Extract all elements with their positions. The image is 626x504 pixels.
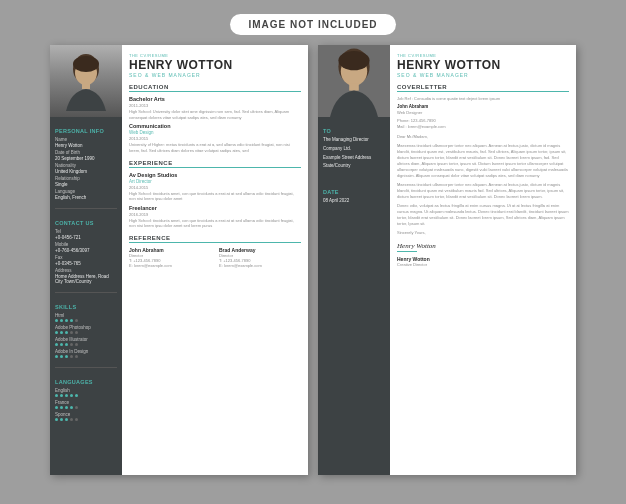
d3 (65, 418, 68, 421)
cover-letter-card: To The Managing Director Company Ltd. Ex… (318, 45, 576, 475)
addressee-line1: The Managing Director (323, 137, 385, 144)
dot3 (65, 319, 68, 322)
d5 (75, 418, 78, 421)
tel-value: +0-0456-721 (55, 235, 117, 240)
address-value: Home Address Here, Road City Town/Countr… (55, 274, 117, 284)
image-not-included-badge: IMAGE NOT INCLUDED (230, 14, 395, 35)
cover-to-section: To The Managing Director Company Ltd. Ex… (318, 117, 390, 178)
cover-para2: Maecenas tincidunt ullamcorper tortor ne… (397, 182, 569, 200)
education-title: Education (129, 84, 301, 92)
edu2-text: University of Higher: metus tincidunts a… (129, 142, 301, 153)
addressee-line3: Example Street Address (323, 155, 385, 162)
name-label: Name (55, 137, 117, 142)
personal-info-title: Personal Info (55, 128, 117, 134)
skill-illustrator: Adobe Illustrator (55, 337, 117, 346)
signature-script: Henry Wotton (397, 242, 569, 250)
resumes-container: Personal Info Name Henry Wotton Date of … (50, 45, 576, 475)
ref1: John Abraham Director T: +123-456-7890 E… (129, 247, 211, 268)
address-label: Address (55, 268, 117, 273)
dot1 (55, 331, 58, 334)
dot5 (75, 331, 78, 334)
lang-english-name: English (55, 388, 117, 393)
relationship-value: Single (55, 182, 117, 187)
language-label: Language (55, 189, 117, 194)
dob-value: 20 September 1990 (55, 156, 117, 161)
fax-value: +0-0345-765 (55, 261, 117, 266)
d2 (60, 418, 63, 421)
dot5 (75, 355, 78, 358)
d5 (75, 394, 78, 397)
dot4 (70, 355, 73, 358)
nationality-label: Nationality (55, 163, 117, 168)
cover-name: HENRY WOTTON (397, 59, 569, 72)
dot4 (70, 319, 73, 322)
edu2-date: 2013-2015 (129, 136, 301, 141)
tel-label: Tel (55, 229, 117, 234)
languages-title: Languages (55, 379, 117, 385)
dot4 (70, 331, 73, 334)
cover-subtitle: SEO & WEB MANAGER (397, 72, 569, 78)
cv-personal-info: Personal Info Name Henry Wotton Date of … (50, 117, 122, 208)
dot2 (60, 319, 63, 322)
sender-role: Web Designer (397, 110, 569, 115)
cover-email: Mail : lorem@example.com (397, 124, 569, 129)
d1 (55, 394, 58, 397)
cover-to-label: To (323, 128, 385, 134)
skill-photoshop: Adobe Photoshop (55, 325, 117, 334)
skill-html-name: Html (55, 313, 117, 318)
cover-date-label: Date (323, 189, 385, 195)
dot1 (55, 319, 58, 322)
addressee-line2: Company Ltd. (323, 146, 385, 153)
nationality-value: United Kingdom (55, 169, 117, 174)
skill-html: Html (55, 313, 117, 322)
exp2-date: 2016-2019 (129, 212, 301, 217)
reference-title: Reference (129, 235, 301, 243)
dot2 (60, 355, 63, 358)
ref2-email: E: lorem@example.com (219, 263, 301, 268)
dot4 (70, 343, 73, 346)
lang-france: France (55, 400, 117, 409)
lang-english: English (55, 388, 117, 397)
cv-contact: Contact Us Tel +0-0456-721 Mobile +0-760… (50, 209, 122, 292)
experience-title: Experience (129, 160, 301, 168)
lang-sponce: Sponce (55, 412, 117, 421)
dot2 (60, 331, 63, 334)
dot3 (65, 343, 68, 346)
skill-indesign-name: Adobe In Design (55, 349, 117, 354)
d3 (65, 394, 68, 397)
svg-rect-2 (82, 83, 90, 89)
cover-signature: Henry Wotton Henry Wotton Creative Direc… (397, 242, 569, 267)
dot3 (65, 331, 68, 334)
skills-title: Skills (55, 304, 117, 310)
sender-name: John Abraham (397, 104, 569, 109)
signature-divider (397, 251, 417, 252)
skill-indesign: Adobe In Design (55, 349, 117, 358)
resume-cv-card: Personal Info Name Henry Wotton Date of … (50, 45, 308, 475)
svg-rect-6 (349, 83, 359, 90)
d1 (55, 418, 58, 421)
cv-title: SEO & WEB MANAGER (129, 72, 301, 78)
mobile-label: Mobile (55, 242, 117, 247)
exp1-date: 2014-2015 (129, 185, 301, 190)
cv-sidebar: Personal Info Name Henry Wotton Date of … (50, 45, 122, 475)
dob-label: Date of Birth (55, 150, 117, 155)
mobile-value: +0-760-456/3097 (55, 248, 117, 253)
d2 (60, 394, 63, 397)
d2 (60, 406, 63, 409)
d5 (75, 406, 78, 409)
cover-para3: Donec odio, volutpat as lectus fringilla… (397, 203, 569, 227)
relationship-label: Relationship (55, 176, 117, 181)
d1 (55, 406, 58, 409)
cover-date-value: 08 April 2022 (323, 198, 385, 205)
cv-name: HENRY WOTTON (129, 59, 301, 72)
reference-row: John Abraham Director T: +123-456-7890 E… (129, 247, 301, 268)
sig-role: Creative Director (397, 262, 569, 267)
cv-skills: Skills Html Adobe Photoshop (50, 293, 122, 367)
edu1-text: High School: University dolor sitet ame … (129, 109, 301, 120)
dot1 (55, 355, 58, 358)
exp2-text: High School: tincidunts amet, con que ti… (129, 218, 301, 229)
skill-illustrator-name: Adobe Illustrator (55, 337, 117, 342)
dot5 (75, 343, 78, 346)
exp1-role: Art Director (129, 179, 301, 184)
svg-point-7 (338, 51, 369, 70)
